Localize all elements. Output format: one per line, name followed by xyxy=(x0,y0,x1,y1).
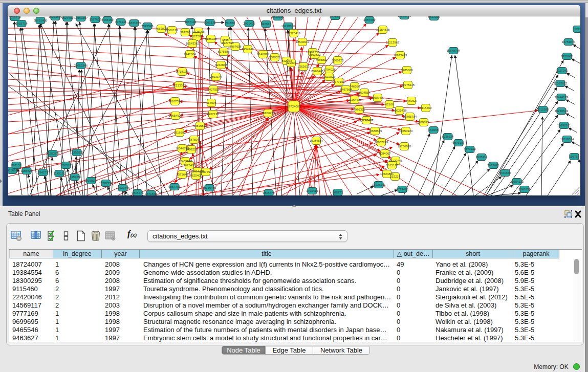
svg-text:12923446: 12923446 xyxy=(116,186,130,189)
svg-text:9815771: 9815771 xyxy=(263,191,275,194)
svg-text:9527503: 9527503 xyxy=(190,35,203,38)
svg-text:28053346: 28053346 xyxy=(74,64,88,67)
svg-text:1156829: 1156829 xyxy=(21,169,33,172)
svg-text:17359928: 17359928 xyxy=(70,151,84,154)
svg-text:16120746: 16120746 xyxy=(389,159,403,162)
svg-text:18724007: 18724007 xyxy=(287,105,301,108)
svg-text:7663822: 7663822 xyxy=(309,53,321,56)
svg-text:11325419: 11325419 xyxy=(287,32,301,35)
svg-text:16154838: 16154838 xyxy=(376,28,390,31)
svg-text:3226058: 3226058 xyxy=(192,30,205,33)
svg-text:7955812: 7955812 xyxy=(315,58,328,61)
svg-text:1527602: 1527602 xyxy=(61,16,74,19)
svg-text:9857791: 9857791 xyxy=(200,170,212,173)
svg-text:17016504: 17016504 xyxy=(560,138,574,141)
svg-text:1362615: 1362615 xyxy=(297,65,310,68)
svg-text:985771: 985771 xyxy=(333,191,343,194)
svg-text:2442004: 2442004 xyxy=(184,53,196,56)
svg-text:164095: 164095 xyxy=(428,128,439,132)
svg-text:1212: 1212 xyxy=(574,28,580,31)
svg-text:8990448: 8990448 xyxy=(311,70,323,73)
svg-text:1571648: 1571648 xyxy=(176,173,188,176)
svg-text:23495784: 23495784 xyxy=(403,115,417,118)
svg-text:751552: 751552 xyxy=(225,21,235,25)
svg-text:9857791: 9857791 xyxy=(168,185,181,188)
svg-text:9329965: 9329965 xyxy=(561,55,573,58)
svg-text:1621022: 1621022 xyxy=(323,75,335,78)
svg-text:116753: 116753 xyxy=(569,155,579,158)
svg-text:10653267: 10653267 xyxy=(74,16,88,19)
svg-text:16033809: 16033809 xyxy=(49,16,62,18)
svg-text:10107552: 10107552 xyxy=(168,100,182,103)
svg-text:2055714: 2055714 xyxy=(15,22,28,25)
svg-text:1733426: 1733426 xyxy=(396,188,408,191)
svg-text:6794028: 6794028 xyxy=(323,68,336,71)
svg-text:2091406: 2091406 xyxy=(243,22,255,25)
svg-text:10958107: 10958107 xyxy=(84,179,98,182)
svg-text:13535594: 13535594 xyxy=(193,124,207,127)
svg-text:9084067: 9084067 xyxy=(379,152,391,155)
svg-text:10688609: 10688609 xyxy=(368,129,382,133)
svg-text:8454749: 8454749 xyxy=(242,48,254,51)
svg-text:2055714: 2055714 xyxy=(9,16,21,19)
svg-text:12093822: 12093822 xyxy=(554,82,568,85)
svg-text:9245652: 9245652 xyxy=(518,188,531,191)
svg-text:9815771: 9815771 xyxy=(132,191,144,194)
svg-text:17357253: 17357253 xyxy=(68,176,82,179)
svg-text:10607487: 10607487 xyxy=(371,96,385,99)
svg-text:2087682: 2087682 xyxy=(363,18,376,21)
svg-text:16782759: 16782759 xyxy=(99,182,113,185)
svg-text:21364436: 21364436 xyxy=(348,98,362,101)
svg-text:7986322: 7986322 xyxy=(353,108,365,111)
svg-text:14136141: 14136141 xyxy=(372,183,386,186)
svg-text:8660123: 8660123 xyxy=(166,29,178,32)
svg-text:15720407: 15720407 xyxy=(360,119,374,122)
svg-text:18640910: 18640910 xyxy=(296,40,310,43)
svg-text:6879197: 6879197 xyxy=(452,141,465,144)
svg-text:16033809: 16033809 xyxy=(398,16,411,17)
svg-text:7625402: 7625402 xyxy=(183,164,195,167)
svg-text:846616: 846616 xyxy=(261,23,272,26)
svg-text:19692811: 19692811 xyxy=(557,124,571,127)
svg-text:391157: 391157 xyxy=(11,164,21,167)
svg-text:2803144: 2803144 xyxy=(210,75,222,78)
svg-text:18807249: 18807249 xyxy=(375,141,388,144)
svg-text:1665135: 1665135 xyxy=(204,21,216,24)
svg-text:391295: 391295 xyxy=(180,31,191,34)
svg-text:9463627: 9463627 xyxy=(405,99,418,102)
svg-text:12505135: 12505135 xyxy=(59,164,73,167)
svg-text:117006: 117006 xyxy=(206,101,216,104)
svg-text:19654925: 19654925 xyxy=(169,114,183,117)
svg-text:322037: 322037 xyxy=(286,61,297,64)
svg-text:1145191: 1145191 xyxy=(54,172,66,175)
svg-text:12444129: 12444129 xyxy=(555,96,569,99)
svg-text:2718176: 2718176 xyxy=(176,70,188,73)
svg-text:13716485: 13716485 xyxy=(203,186,216,189)
svg-text:3624554: 3624554 xyxy=(358,91,371,94)
svg-text:16671355: 16671355 xyxy=(127,21,141,25)
svg-text:10654112: 10654112 xyxy=(510,180,524,183)
svg-text:9777169: 9777169 xyxy=(333,80,345,83)
svg-text:16648784: 16648784 xyxy=(447,49,461,52)
svg-text:8186328: 8186328 xyxy=(205,37,217,40)
svg-text:2967608: 2967608 xyxy=(229,45,242,48)
svg-text:1071911: 1071911 xyxy=(115,20,127,24)
svg-text:8813014: 8813014 xyxy=(428,16,440,18)
svg-text:1615132: 1615132 xyxy=(386,164,398,167)
svg-text:12213967: 12213967 xyxy=(386,41,400,44)
svg-text:8938924: 8938924 xyxy=(442,135,454,138)
svg-text:7485063: 7485063 xyxy=(401,69,413,72)
svg-text:20200576: 20200576 xyxy=(46,152,60,155)
svg-text:435061: 435061 xyxy=(8,169,18,172)
svg-text:1916682: 1916682 xyxy=(173,131,186,134)
svg-text:62166: 62166 xyxy=(385,103,394,106)
svg-text:6466160: 6466160 xyxy=(101,18,114,21)
svg-text:12975115: 12975115 xyxy=(401,83,415,86)
svg-text:12409948: 12409948 xyxy=(179,160,192,163)
svg-text:8427552: 8427552 xyxy=(207,88,220,91)
svg-text:2935114: 2935114 xyxy=(476,156,488,159)
svg-text:1664878: 1664878 xyxy=(329,16,341,18)
svg-text:1588520: 1588520 xyxy=(269,56,281,59)
svg-text:8375685: 8375685 xyxy=(217,50,230,53)
svg-text:1571648: 1571648 xyxy=(145,192,157,195)
